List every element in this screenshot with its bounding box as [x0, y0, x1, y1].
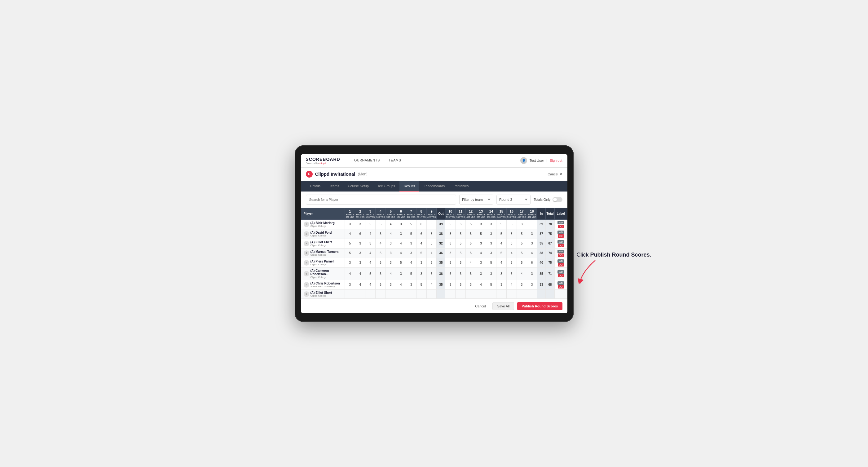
score-hole-9[interactable]: 5	[426, 268, 437, 280]
score-hole-16[interactable]: 4	[506, 248, 517, 258]
cancel-button[interactable]: Cancel	[471, 303, 489, 310]
score-hole-12[interactable]	[466, 289, 476, 299]
score-hole-10[interactable]: 3	[445, 248, 456, 258]
score-hole-17[interactable]: 5	[517, 229, 527, 239]
score-hole-5[interactable]: 4	[385, 229, 396, 239]
score-hole-14[interactable]: 5	[486, 258, 496, 268]
score-hole-6[interactable]: 3	[396, 229, 406, 239]
score-hole-15[interactable]: 5	[496, 229, 506, 239]
score-hole-10[interactable]: 5	[445, 219, 456, 229]
dq-badge[interactable]: DQ	[558, 253, 564, 257]
score-hole-7[interactable]: 5	[406, 229, 416, 239]
score-hole-14[interactable]: 3	[486, 248, 496, 258]
score-hole-6[interactable]: 4	[396, 280, 406, 289]
score-hole-2[interactable]: 3	[355, 239, 365, 248]
score-hole-2[interactable]: 4	[355, 268, 365, 280]
score-hole-10[interactable]: 6	[445, 268, 456, 280]
totals-toggle-switch[interactable]	[553, 197, 562, 202]
score-hole-7[interactable]: 5	[406, 268, 416, 280]
score-hole-4[interactable]: 3	[376, 268, 386, 280]
score-hole-9[interactable]: 3	[426, 229, 437, 239]
score-hole-15[interactable]: 5	[496, 248, 506, 258]
score-hole-16[interactable]: 5	[506, 268, 517, 280]
score-hole-11[interactable]: 6	[456, 219, 466, 229]
score-hole-6[interactable]: 5	[396, 258, 406, 268]
score-hole-1[interactable]: 3	[345, 258, 355, 268]
score-hole-5[interactable]: 4	[385, 219, 396, 229]
wd-badge[interactable]: WD	[557, 230, 564, 234]
score-hole-10[interactable]: 3	[445, 229, 456, 239]
nav-tournaments[interactable]: TOURNAMENTS	[348, 154, 384, 168]
score-hole-1[interactable]: 3	[345, 219, 355, 229]
score-hole-13[interactable]: 3	[476, 268, 486, 280]
search-input[interactable]	[306, 195, 457, 205]
score-hole-3[interactable]	[365, 289, 376, 299]
score-hole-14[interactable]	[486, 289, 496, 299]
tab-details[interactable]: Details	[306, 181, 325, 191]
score-hole-12[interactable]: 5	[466, 239, 476, 248]
dq-badge[interactable]: DQ	[558, 274, 564, 277]
score-hole-1[interactable]: 4	[345, 229, 355, 239]
score-hole-12[interactable]: 5	[466, 229, 476, 239]
score-hole-18[interactable]: 6	[527, 258, 537, 268]
score-hole-1[interactable]: 5	[345, 248, 355, 258]
score-hole-9[interactable]: 5	[426, 258, 437, 268]
score-hole-11[interactable]: 5	[456, 280, 466, 289]
wd-badge[interactable]: WD	[557, 281, 564, 285]
score-hole-10[interactable]: 3	[445, 280, 456, 289]
filter-by-team-select[interactable]: Filter by team	[459, 195, 493, 205]
score-hole-14[interactable]: 5	[486, 280, 496, 289]
score-hole-11[interactable]: 5	[456, 239, 466, 248]
score-hole-15[interactable]: 3	[496, 268, 506, 280]
score-hole-16[interactable]	[506, 289, 517, 299]
tab-tee-groups[interactable]: Tee Groups	[373, 181, 399, 191]
score-hole-7[interactable]: 4	[406, 258, 416, 268]
score-hole-5[interactable]: 4	[385, 268, 396, 280]
score-hole-7[interactable]	[406, 289, 416, 299]
score-hole-7[interactable]: 3	[406, 280, 416, 289]
score-hole-9[interactable]	[426, 289, 437, 299]
score-hole-3[interactable]: 4	[365, 280, 376, 289]
score-hole-14[interactable]: 3	[486, 239, 496, 248]
tab-printables[interactable]: Printables	[449, 181, 473, 191]
score-hole-16[interactable]: 5	[506, 219, 517, 229]
wd-badge[interactable]: WD	[557, 250, 564, 253]
score-hole-2[interactable]: 4	[355, 280, 365, 289]
score-hole-18[interactable]: 3	[527, 239, 537, 248]
nav-teams[interactable]: TEAMS	[384, 154, 405, 168]
tab-teams[interactable]: Teams	[325, 181, 343, 191]
score-hole-15[interactable]: 3	[496, 280, 506, 289]
score-hole-2[interactable]: 3	[355, 258, 365, 268]
score-hole-8[interactable]: 5	[416, 280, 426, 289]
score-hole-4[interactable]: 5	[376, 258, 386, 268]
score-hole-12[interactable]: 5	[466, 268, 476, 280]
score-hole-8[interactable]	[416, 289, 426, 299]
score-hole-11[interactable]	[456, 289, 466, 299]
score-hole-18[interactable]: 3	[527, 268, 537, 280]
score-hole-18[interactable]: 4	[527, 248, 537, 258]
score-hole-4[interactable]: 3	[376, 229, 386, 239]
score-hole-15[interactable]	[496, 289, 506, 299]
score-hole-13[interactable]: 3	[476, 219, 486, 229]
score-hole-16[interactable]: 3	[506, 258, 517, 268]
score-hole-2[interactable]: 3	[355, 248, 365, 258]
score-hole-14[interactable]: 3	[486, 229, 496, 239]
score-hole-8[interactable]: 4	[416, 239, 426, 248]
score-hole-10[interactable]	[445, 289, 456, 299]
score-hole-17[interactable]	[517, 289, 527, 299]
score-hole-8[interactable]: 5	[416, 248, 426, 258]
score-hole-13[interactable]: 4	[476, 280, 486, 289]
score-hole-18[interactable]	[527, 289, 537, 299]
score-hole-13[interactable]: 3	[476, 258, 486, 268]
score-hole-1[interactable]: 5	[345, 239, 355, 248]
score-hole-4[interactable]: 5	[376, 280, 386, 289]
score-hole-14[interactable]: 3	[486, 268, 496, 280]
dq-badge[interactable]: DQ	[558, 225, 564, 228]
score-hole-5[interactable]: 3	[385, 258, 396, 268]
score-hole-4[interactable]: 5	[376, 219, 386, 229]
score-hole-3[interactable]: 3	[365, 239, 376, 248]
score-hole-5[interactable]: 3	[385, 280, 396, 289]
score-hole-3[interactable]: 4	[365, 258, 376, 268]
score-hole-1[interactable]: 3	[345, 280, 355, 289]
score-hole-11[interactable]: 5	[456, 258, 466, 268]
